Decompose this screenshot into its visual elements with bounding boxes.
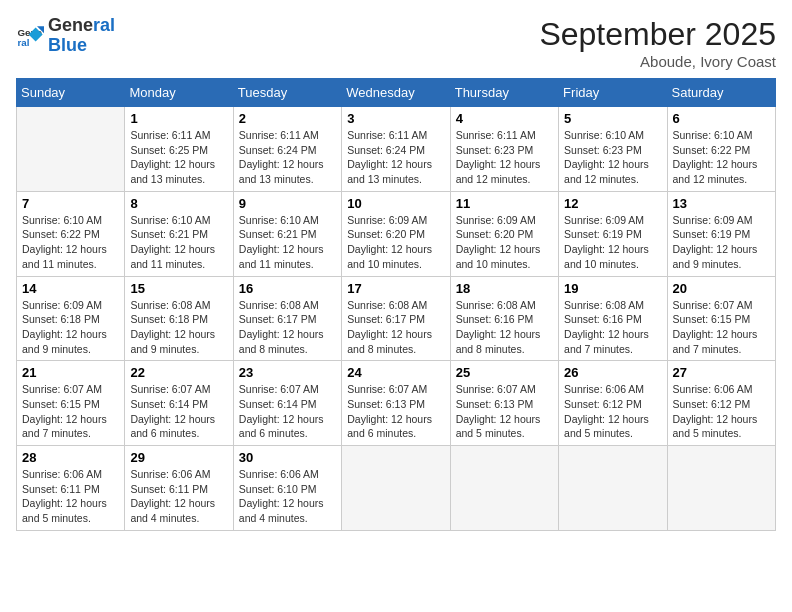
day-number: 3 — [347, 111, 444, 126]
calendar-cell: 25Sunrise: 6:07 AMSunset: 6:13 PMDayligh… — [450, 361, 558, 446]
calendar-cell: 22Sunrise: 6:07 AMSunset: 6:14 PMDayligh… — [125, 361, 233, 446]
day-info: Sunrise: 6:07 AMSunset: 6:15 PMDaylight:… — [673, 298, 770, 357]
page-header: Gene ral General Blue September 2025 Abo… — [16, 16, 776, 70]
calendar-cell — [559, 446, 667, 531]
calendar-week-row: 14Sunrise: 6:09 AMSunset: 6:18 PMDayligh… — [17, 276, 776, 361]
calendar-table: SundayMondayTuesdayWednesdayThursdayFrid… — [16, 78, 776, 531]
title-block: September 2025 Aboude, Ivory Coast — [539, 16, 776, 70]
calendar-cell: 18Sunrise: 6:08 AMSunset: 6:16 PMDayligh… — [450, 276, 558, 361]
calendar-cell — [450, 446, 558, 531]
weekday-header: Saturday — [667, 79, 775, 107]
day-number: 5 — [564, 111, 661, 126]
day-number: 6 — [673, 111, 770, 126]
day-number: 14 — [22, 281, 119, 296]
calendar-cell: 29Sunrise: 6:06 AMSunset: 6:11 PMDayligh… — [125, 446, 233, 531]
calendar-header-row: SundayMondayTuesdayWednesdayThursdayFrid… — [17, 79, 776, 107]
day-number: 13 — [673, 196, 770, 211]
day-number: 22 — [130, 365, 227, 380]
calendar-cell: 8Sunrise: 6:10 AMSunset: 6:21 PMDaylight… — [125, 191, 233, 276]
day-info: Sunrise: 6:10 AMSunset: 6:22 PMDaylight:… — [22, 213, 119, 272]
weekday-header: Thursday — [450, 79, 558, 107]
day-info: Sunrise: 6:08 AMSunset: 6:16 PMDaylight:… — [564, 298, 661, 357]
day-info: Sunrise: 6:07 AMSunset: 6:14 PMDaylight:… — [130, 382, 227, 441]
weekday-header: Sunday — [17, 79, 125, 107]
day-number: 2 — [239, 111, 336, 126]
calendar-week-row: 21Sunrise: 6:07 AMSunset: 6:15 PMDayligh… — [17, 361, 776, 446]
day-info: Sunrise: 6:11 AMSunset: 6:24 PMDaylight:… — [239, 128, 336, 187]
calendar-cell: 23Sunrise: 6:07 AMSunset: 6:14 PMDayligh… — [233, 361, 341, 446]
day-number: 16 — [239, 281, 336, 296]
logo-icon: Gene ral — [16, 22, 44, 50]
calendar-cell: 24Sunrise: 6:07 AMSunset: 6:13 PMDayligh… — [342, 361, 450, 446]
day-info: Sunrise: 6:11 AMSunset: 6:23 PMDaylight:… — [456, 128, 553, 187]
calendar-cell: 13Sunrise: 6:09 AMSunset: 6:19 PMDayligh… — [667, 191, 775, 276]
day-number: 4 — [456, 111, 553, 126]
calendar-cell: 11Sunrise: 6:09 AMSunset: 6:20 PMDayligh… — [450, 191, 558, 276]
logo-text-line1: General — [48, 16, 115, 36]
calendar-cell — [667, 446, 775, 531]
day-info: Sunrise: 6:11 AMSunset: 6:24 PMDaylight:… — [347, 128, 444, 187]
day-info: Sunrise: 6:08 AMSunset: 6:16 PMDaylight:… — [456, 298, 553, 357]
calendar-week-row: 28Sunrise: 6:06 AMSunset: 6:11 PMDayligh… — [17, 446, 776, 531]
day-number: 8 — [130, 196, 227, 211]
day-number: 7 — [22, 196, 119, 211]
calendar-cell: 19Sunrise: 6:08 AMSunset: 6:16 PMDayligh… — [559, 276, 667, 361]
day-info: Sunrise: 6:08 AMSunset: 6:18 PMDaylight:… — [130, 298, 227, 357]
day-info: Sunrise: 6:07 AMSunset: 6:13 PMDaylight:… — [347, 382, 444, 441]
day-info: Sunrise: 6:06 AMSunset: 6:11 PMDaylight:… — [130, 467, 227, 526]
month-title: September 2025 — [539, 16, 776, 53]
day-number: 1 — [130, 111, 227, 126]
calendar-cell: 12Sunrise: 6:09 AMSunset: 6:19 PMDayligh… — [559, 191, 667, 276]
day-number: 17 — [347, 281, 444, 296]
day-number: 28 — [22, 450, 119, 465]
day-number: 24 — [347, 365, 444, 380]
day-info: Sunrise: 6:09 AMSunset: 6:20 PMDaylight:… — [456, 213, 553, 272]
calendar-cell — [17, 107, 125, 192]
weekday-header: Wednesday — [342, 79, 450, 107]
calendar-cell: 16Sunrise: 6:08 AMSunset: 6:17 PMDayligh… — [233, 276, 341, 361]
calendar-cell: 6Sunrise: 6:10 AMSunset: 6:22 PMDaylight… — [667, 107, 775, 192]
weekday-header: Monday — [125, 79, 233, 107]
calendar-cell: 27Sunrise: 6:06 AMSunset: 6:12 PMDayligh… — [667, 361, 775, 446]
day-info: Sunrise: 6:10 AMSunset: 6:21 PMDaylight:… — [130, 213, 227, 272]
calendar-cell: 21Sunrise: 6:07 AMSunset: 6:15 PMDayligh… — [17, 361, 125, 446]
day-info: Sunrise: 6:10 AMSunset: 6:22 PMDaylight:… — [673, 128, 770, 187]
calendar-week-row: 7Sunrise: 6:10 AMSunset: 6:22 PMDaylight… — [17, 191, 776, 276]
location-title: Aboude, Ivory Coast — [539, 53, 776, 70]
logo: Gene ral General Blue — [16, 16, 115, 56]
day-number: 9 — [239, 196, 336, 211]
calendar-cell: 28Sunrise: 6:06 AMSunset: 6:11 PMDayligh… — [17, 446, 125, 531]
day-number: 25 — [456, 365, 553, 380]
day-info: Sunrise: 6:11 AMSunset: 6:25 PMDaylight:… — [130, 128, 227, 187]
day-number: 20 — [673, 281, 770, 296]
day-number: 27 — [673, 365, 770, 380]
day-number: 19 — [564, 281, 661, 296]
day-number: 12 — [564, 196, 661, 211]
calendar-week-row: 1Sunrise: 6:11 AMSunset: 6:25 PMDaylight… — [17, 107, 776, 192]
calendar-cell: 7Sunrise: 6:10 AMSunset: 6:22 PMDaylight… — [17, 191, 125, 276]
day-info: Sunrise: 6:10 AMSunset: 6:23 PMDaylight:… — [564, 128, 661, 187]
calendar-cell: 17Sunrise: 6:08 AMSunset: 6:17 PMDayligh… — [342, 276, 450, 361]
day-info: Sunrise: 6:09 AMSunset: 6:19 PMDaylight:… — [564, 213, 661, 272]
day-info: Sunrise: 6:06 AMSunset: 6:12 PMDaylight:… — [673, 382, 770, 441]
calendar-cell: 20Sunrise: 6:07 AMSunset: 6:15 PMDayligh… — [667, 276, 775, 361]
calendar-cell: 1Sunrise: 6:11 AMSunset: 6:25 PMDaylight… — [125, 107, 233, 192]
day-info: Sunrise: 6:09 AMSunset: 6:19 PMDaylight:… — [673, 213, 770, 272]
day-number: 21 — [22, 365, 119, 380]
day-info: Sunrise: 6:09 AMSunset: 6:18 PMDaylight:… — [22, 298, 119, 357]
day-number: 29 — [130, 450, 227, 465]
day-number: 15 — [130, 281, 227, 296]
day-info: Sunrise: 6:08 AMSunset: 6:17 PMDaylight:… — [239, 298, 336, 357]
calendar-cell — [342, 446, 450, 531]
day-number: 18 — [456, 281, 553, 296]
calendar-cell: 10Sunrise: 6:09 AMSunset: 6:20 PMDayligh… — [342, 191, 450, 276]
calendar-cell: 15Sunrise: 6:08 AMSunset: 6:18 PMDayligh… — [125, 276, 233, 361]
calendar-cell: 30Sunrise: 6:06 AMSunset: 6:10 PMDayligh… — [233, 446, 341, 531]
logo-text-line2: Blue — [48, 36, 115, 56]
calendar-cell: 5Sunrise: 6:10 AMSunset: 6:23 PMDaylight… — [559, 107, 667, 192]
day-info: Sunrise: 6:09 AMSunset: 6:20 PMDaylight:… — [347, 213, 444, 272]
calendar-cell: 26Sunrise: 6:06 AMSunset: 6:12 PMDayligh… — [559, 361, 667, 446]
weekday-header: Tuesday — [233, 79, 341, 107]
calendar-cell: 14Sunrise: 6:09 AMSunset: 6:18 PMDayligh… — [17, 276, 125, 361]
svg-text:ral: ral — [17, 37, 29, 48]
